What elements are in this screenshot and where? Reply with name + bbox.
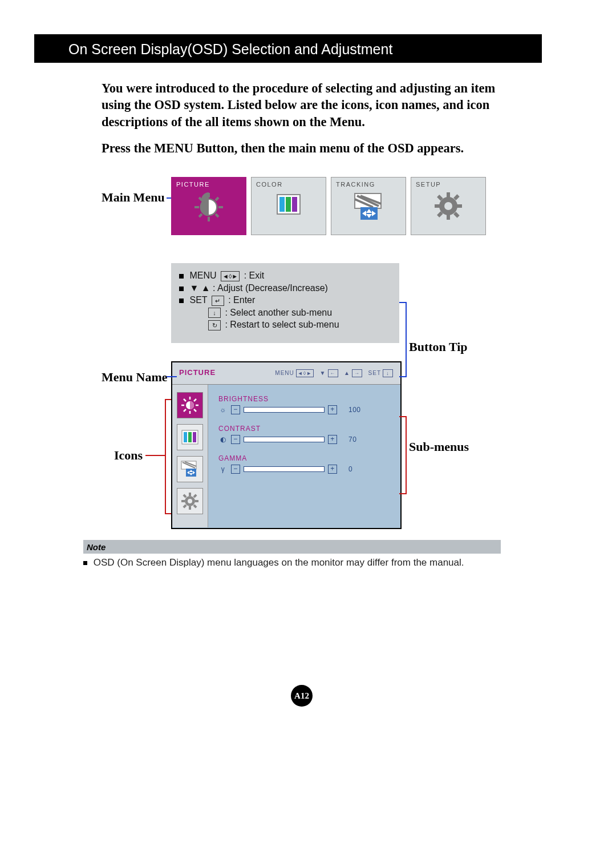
tip-cycle-text: : Restart to select sub-menu [225,320,339,329]
svg-rect-45 [193,432,196,442]
sub-contrast[interactable]: CONTRAST ◐ − + 70 [218,425,391,444]
sun-icon: ☼ [218,406,228,414]
enter-key-icon: ↵ [212,296,224,306]
svg-rect-44 [188,432,192,442]
slider-track[interactable] [244,407,325,413]
svg-rect-43 [184,432,187,442]
osd-header: PICTURE MENU◄◊► ▼← ▲→ SET↓ [172,362,400,385]
svg-rect-24 [447,192,450,198]
hint-set: SET [368,370,381,376]
sub-name: GAMMA [218,454,391,462]
down-key-icon: ↓ [208,308,221,318]
label-button-tip: Button Tip [409,340,468,354]
sub-name: CONTRAST [218,425,391,433]
svg-rect-58 [195,500,198,502]
hint-down-key-icon: ↓ [383,369,393,377]
tab-title: COLOR [256,181,283,188]
tip-set: SET ↵ : Enter [179,295,391,306]
button-tips-panel: MENU ◄◊► : Exit ▼ ▲ : Adjust (Decrease/I… [171,263,399,343]
svg-line-41 [194,399,196,401]
slider-track[interactable] [244,466,325,472]
sub-value: 70 [348,435,368,443]
svg-point-63 [188,499,192,503]
svg-rect-61 [193,494,197,498]
tip-down: ↓ : Select another sub-menu [179,308,391,318]
osd-submenus: BRIGHTNESS ☼ − + 100 CONTRAST ◐ − [208,385,400,527]
tab-title: SETUP [416,181,441,188]
color-icon [181,430,198,445]
label-main-menu: Main Menu [102,190,165,205]
sub-brightness[interactable]: BRIGHTNESS ☼ − + 100 [218,395,391,414]
sub-value: 100 [348,406,368,414]
svg-rect-56 [189,506,191,510]
tab-title: TRACKING [336,181,375,188]
plus-icon[interactable]: + [328,435,337,444]
osd-icon-picture[interactable] [177,392,203,418]
plus-icon[interactable]: + [328,405,337,414]
svg-rect-59 [183,494,187,498]
menu-key-icon: ◄◊► [221,271,240,281]
svg-line-8 [199,214,202,217]
gear-icon [181,492,199,510]
svg-line-6 [199,197,202,200]
page-number: A12 [291,685,313,707]
color-icon [252,190,326,230]
svg-rect-26 [435,204,440,208]
tracking-icon [331,190,406,230]
tab-color[interactable]: COLOR [251,177,326,235]
tab-title: PICTURE [176,181,210,188]
svg-rect-60 [193,504,197,508]
sub-value: 0 [348,465,368,473]
tip-menu-word: MENU [189,271,216,280]
tip-cycle: ↻ : Restart to select sub-menu [179,320,391,330]
svg-rect-57 [181,500,185,502]
hint-left-key-icon: ← [328,369,338,377]
brightness-icon [172,190,246,230]
minus-icon[interactable]: − [231,465,240,474]
osd-menu-name: PICTURE [179,368,216,377]
cycle-key-icon: ↻ [208,320,221,330]
sub-name: BRIGHTNESS [218,395,391,403]
plus-icon[interactable]: + [328,465,337,474]
osd-icon-color[interactable] [177,424,203,450]
tip-down-text: : Select another sub-menu [225,308,332,317]
note-heading: Note [83,540,501,554]
svg-rect-25 [447,214,450,220]
gamma-icon: γ [218,465,228,473]
slider-track[interactable] [244,437,325,442]
tip-adjust: ▼ ▲ : Adjust (Decrease/Increase) [179,283,391,293]
svg-point-32 [444,202,452,210]
svg-rect-62 [183,504,187,508]
tab-picture[interactable]: PICTURE [171,177,246,235]
tip-set-word: SET [189,295,207,305]
contrast-icon: ◐ [218,435,228,443]
svg-rect-55 [189,493,191,496]
up-triangle-icon: ▲ [201,283,210,293]
main-menu-tabs: PICTURE [171,177,513,240]
gear-icon [411,190,485,230]
svg-line-40 [184,409,186,412]
tip-adjust-text: : Adjust (Decrease/Increase) [213,283,328,293]
minus-icon[interactable]: − [231,405,240,414]
tip-menu: MENU ◄◊► : Exit [179,271,391,281]
sub-gamma[interactable]: GAMMA γ − + 0 [218,454,391,474]
osd-icon-tracking[interactable] [177,456,203,482]
press-instruction: Press the MENU Button, then the main men… [102,140,501,156]
label-menu-name: Menu Name [102,370,167,385]
hint-down-triangle-icon: ▼ [320,370,326,376]
intro-paragraph: You were introduced to the procedure of … [102,80,501,130]
brightness-icon [180,396,200,415]
svg-line-7 [216,214,218,217]
tab-tracking[interactable]: TRACKING [331,177,406,235]
osd-panel: PICTURE MENU◄◊► ▼← ▲→ SET↓ [171,361,402,529]
tab-setup[interactable]: SETUP [411,177,486,235]
svg-line-39 [194,409,196,412]
bullet-icon [83,561,87,565]
hint-right-key-icon: → [352,369,362,377]
osd-icon-setup[interactable] [177,488,203,514]
note-body: OSD (On Screen Display) menu languages o… [94,557,464,568]
hint-menu: MENU [275,370,294,376]
tip-set-text: : Enter [228,295,255,305]
minus-icon[interactable]: − [231,435,240,444]
section-header: On Screen Display(OSD) Selection and Adj… [34,34,542,63]
